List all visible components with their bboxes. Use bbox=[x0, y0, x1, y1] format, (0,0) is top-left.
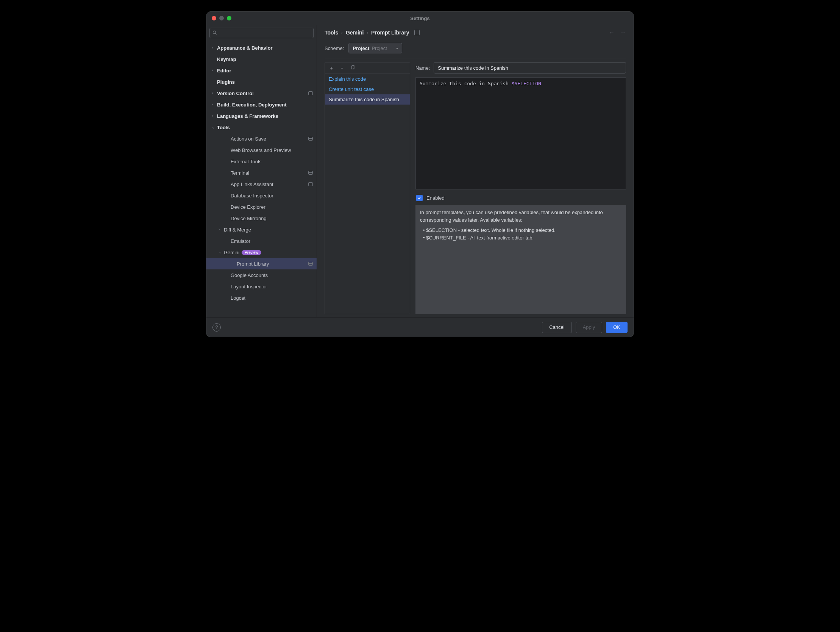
sidebar-item[interactable]: ›Logcat bbox=[207, 292, 317, 304]
chevron-right-icon: › bbox=[212, 102, 217, 106]
breadcrumb-item[interactable]: Tools bbox=[325, 30, 338, 36]
apply-button[interactable]: Apply bbox=[576, 322, 603, 333]
prompt-body-textarea[interactable]: Summarize this code in Spanish $SELECTIO… bbox=[415, 77, 626, 190]
help-icon[interactable]: ? bbox=[212, 323, 221, 331]
sidebar-item-label: Terminal bbox=[231, 170, 249, 176]
add-icon[interactable]: ＋ bbox=[329, 65, 334, 71]
copy-icon[interactable] bbox=[350, 65, 355, 71]
sidebar-item[interactable]: ›Device Mirroring bbox=[207, 212, 317, 224]
sidebar-item[interactable]: ›Terminal bbox=[207, 167, 317, 179]
sidebar-item[interactable]: ›Web Browsers and Preview bbox=[207, 144, 317, 156]
sidebar-item-label: Prompt Library bbox=[237, 261, 269, 267]
sidebar-item[interactable]: ›Version Control bbox=[207, 87, 317, 99]
scheme-value: Project bbox=[352, 46, 369, 51]
sidebar-item-label: Actions on Save bbox=[231, 136, 266, 142]
sidebar-item-label: Keymap bbox=[217, 57, 236, 62]
prompt-name-input[interactable] bbox=[434, 62, 626, 73]
chevron-right-icon: › bbox=[341, 30, 343, 35]
scheme-dropdown[interactable]: Project Project ▾ bbox=[349, 43, 402, 54]
chevron-right-icon: › bbox=[212, 91, 217, 95]
sidebar-item-label: Device Mirroring bbox=[231, 215, 267, 221]
project-scope-icon bbox=[308, 262, 313, 266]
chevron-down-icon: ⌄ bbox=[218, 250, 224, 254]
info-intro: In prompt templates, you can use predefi… bbox=[420, 209, 622, 223]
search-icon bbox=[212, 30, 217, 36]
sidebar-item[interactable]: ›Build, Execution, Deployment bbox=[207, 99, 317, 110]
sidebar-item[interactable]: ›App Links Assistant bbox=[207, 179, 317, 190]
prompt-body-text: Summarize this code in Spanish bbox=[420, 81, 512, 86]
sidebar-item[interactable]: ›Editor bbox=[207, 65, 317, 76]
project-scope-icon bbox=[308, 91, 313, 95]
prompt-body-variable: $SELECTION bbox=[512, 81, 541, 86]
preview-badge: Preview bbox=[242, 250, 261, 255]
sidebar-item[interactable]: ›Layout Inspector bbox=[207, 281, 317, 292]
sidebar-item[interactable]: ›Languages & Frameworks bbox=[207, 110, 317, 122]
ok-button[interactable]: OK bbox=[606, 322, 628, 333]
sidebar-item-label: External Tools bbox=[231, 159, 261, 165]
sidebar-item-label: Emulator bbox=[231, 238, 250, 244]
sidebar-item[interactable]: ›Prompt Library bbox=[207, 258, 317, 269]
sidebar-item[interactable]: ›Keymap bbox=[207, 54, 317, 65]
sidebar-item[interactable]: ›Database Inspector bbox=[207, 190, 317, 201]
sidebar-item-label: Appearance & Behavior bbox=[217, 45, 273, 51]
sidebar-item[interactable]: ›Appearance & Behavior bbox=[207, 42, 317, 54]
settings-sidebar: ›Appearance & Behavior›Keymap›Editor›Plu… bbox=[207, 25, 317, 317]
chevron-right-icon: › bbox=[212, 114, 217, 118]
svg-rect-2 bbox=[351, 66, 354, 69]
close-icon[interactable] bbox=[212, 16, 216, 21]
sidebar-item-label: Editor bbox=[217, 68, 231, 73]
minimize-icon[interactable] bbox=[219, 16, 224, 21]
nav-back-icon[interactable]: ← bbox=[609, 29, 615, 36]
sidebar-item-label: Build, Execution, Deployment bbox=[217, 102, 286, 108]
prompt-list-item[interactable]: Create unit test case bbox=[325, 84, 410, 94]
sidebar-item[interactable]: ›Actions on Save bbox=[207, 133, 317, 144]
sidebar-item[interactable]: ⌄Tools bbox=[207, 122, 317, 133]
sidebar-item[interactable]: ›Diff & Merge bbox=[207, 224, 317, 235]
scheme-hint: Project bbox=[371, 46, 387, 51]
name-label: Name: bbox=[415, 65, 430, 71]
sidebar-item-label: Logcat bbox=[231, 295, 245, 301]
prompt-list-toolbar: ＋ － bbox=[325, 63, 410, 74]
maximize-icon[interactable] bbox=[227, 16, 231, 21]
enabled-checkbox[interactable]: ✓ bbox=[416, 195, 423, 201]
sidebar-item-label: Languages & Frameworks bbox=[217, 113, 278, 119]
dialog-footer: ? Cancel Apply OK bbox=[207, 317, 633, 337]
info-bullet: • $CURRENT_FILE - All text from active e… bbox=[420, 234, 622, 242]
titlebar: Settings bbox=[207, 12, 633, 25]
chevron-down-icon: ⌄ bbox=[212, 125, 217, 129]
project-scope-icon bbox=[308, 171, 313, 175]
project-scope-icon bbox=[308, 137, 313, 141]
sidebar-item[interactable]: ⌄GeminiPreview bbox=[207, 247, 317, 258]
info-box: In prompt templates, you can use predefi… bbox=[415, 205, 626, 314]
settings-tree[interactable]: ›Appearance & Behavior›Keymap›Editor›Plu… bbox=[207, 40, 317, 317]
cancel-button[interactable]: Cancel bbox=[542, 322, 572, 333]
sidebar-item-label: Web Browsers and Preview bbox=[231, 147, 291, 153]
enabled-label: Enabled bbox=[426, 195, 445, 201]
sidebar-item-label: Layout Inspector bbox=[231, 284, 267, 290]
sidebar-item-label: Version Control bbox=[217, 90, 254, 96]
info-bullet: • $SELECTION - selected text. Whole file… bbox=[420, 227, 622, 234]
sidebar-item[interactable]: ›Google Accounts bbox=[207, 269, 317, 281]
remove-icon[interactable]: － bbox=[339, 65, 345, 71]
prompt-list-item[interactable]: Summarize this code in Spanish bbox=[325, 94, 410, 105]
sidebar-item[interactable]: ›Emulator bbox=[207, 235, 317, 247]
prompt-list[interactable]: Explain this codeCreate unit test caseSu… bbox=[325, 74, 410, 314]
reset-icon[interactable] bbox=[414, 30, 420, 35]
nav-forward-icon[interactable]: → bbox=[620, 29, 626, 36]
sidebar-item-label: Google Accounts bbox=[231, 272, 268, 278]
breadcrumb-item[interactable]: Prompt Library bbox=[371, 30, 409, 36]
sidebar-item[interactable]: ›Plugins bbox=[207, 76, 317, 87]
sidebar-item-label: App Links Assistant bbox=[231, 182, 273, 187]
chevron-right-icon: › bbox=[366, 30, 368, 35]
chevron-down-icon: ▾ bbox=[396, 46, 398, 51]
prompt-editor: Name: Summarize this code in Spanish $SE… bbox=[415, 62, 626, 314]
divider bbox=[325, 58, 626, 59]
prompt-list-item[interactable]: Explain this code bbox=[325, 74, 410, 84]
svg-point-0 bbox=[213, 31, 215, 33]
sidebar-item[interactable]: ›External Tools bbox=[207, 156, 317, 167]
chevron-right-icon: › bbox=[212, 68, 217, 72]
settings-search-input[interactable] bbox=[210, 28, 314, 38]
breadcrumb-item[interactable]: Gemini bbox=[346, 30, 363, 36]
sidebar-item[interactable]: ›Device Explorer bbox=[207, 201, 317, 212]
window-controls bbox=[212, 16, 231, 21]
